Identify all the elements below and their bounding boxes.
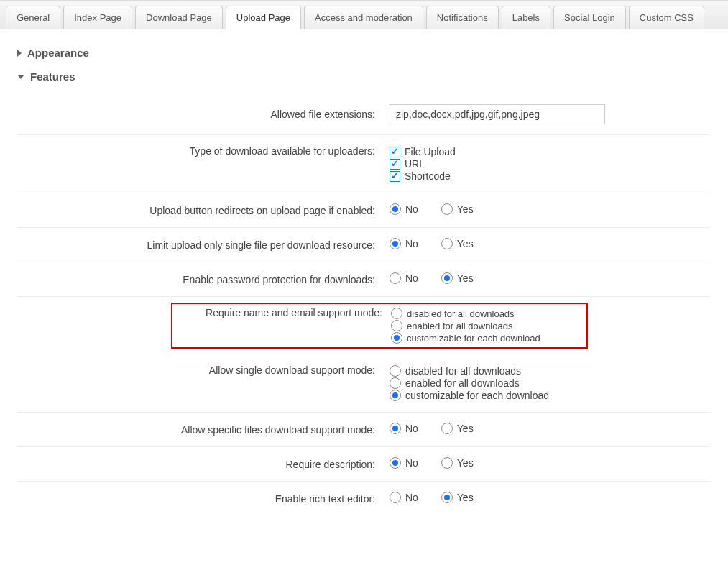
- upload-redirect-no[interactable]: [390, 203, 401, 215]
- chk-url[interactable]: [390, 159, 400, 170]
- chk-shortcode-label: Shortcode: [405, 170, 451, 182]
- tab-content: Appearance Features Allowed file extensi…: [0, 29, 728, 530]
- specific-files-no[interactable]: [390, 423, 401, 434]
- password-protect-label: Enable password protection for downloads…: [17, 262, 385, 297]
- chk-file-upload-label: File Upload: [405, 146, 456, 157]
- download-types-label: Type of download available for uploaders…: [17, 135, 385, 193]
- require-description-yes[interactable]: [441, 457, 453, 469]
- single-download-label: Allow single download support mode:: [17, 354, 385, 413]
- tab-index-page[interactable]: Index Page: [63, 6, 132, 29]
- rne-disabled[interactable]: [391, 308, 402, 319]
- section-features-title: Features: [30, 70, 75, 83]
- upload-redirect-label: Upload button redirects on upload page i…: [17, 193, 385, 228]
- tab-upload-page[interactable]: Upload Page: [226, 6, 301, 29]
- sd-custom[interactable]: [390, 390, 401, 401]
- password-protect-yes[interactable]: [441, 272, 453, 284]
- single-file-label: Limit upload only single file per downlo…: [17, 228, 385, 262]
- tab-general[interactable]: General: [6, 6, 60, 29]
- tab-access-moderation[interactable]: Access and moderation: [304, 6, 423, 29]
- sd-disabled[interactable]: [390, 365, 401, 377]
- chk-url-label: URL: [405, 158, 425, 170]
- sd-enabled[interactable]: [390, 377, 401, 389]
- rne-custom[interactable]: [391, 332, 402, 344]
- upload-redirect-yes[interactable]: [441, 203, 453, 215]
- tabs-bar: General Index Page Download Page Upload …: [0, 0, 728, 29]
- single-file-yes[interactable]: [441, 238, 453, 249]
- single-file-no[interactable]: [390, 238, 401, 249]
- tab-custom-css[interactable]: Custom CSS: [629, 6, 704, 29]
- features-form: Allowed file extensions: Type of downloa…: [17, 94, 711, 515]
- section-appearance-title: Appearance: [27, 47, 89, 59]
- tab-notifications[interactable]: Notifications: [426, 6, 499, 29]
- password-protect-no[interactable]: [390, 272, 401, 284]
- tab-social-login[interactable]: Social Login: [553, 6, 626, 29]
- rne-enabled[interactable]: [391, 320, 402, 331]
- rich-editor-label: Enable rich text editor:: [17, 482, 385, 516]
- specific-files-label: Allow specific files download support mo…: [17, 413, 385, 447]
- specific-files-yes[interactable]: [441, 423, 453, 434]
- rich-editor-yes[interactable]: [441, 492, 453, 503]
- require-description-label: Require description:: [17, 447, 385, 482]
- chk-shortcode[interactable]: [390, 171, 400, 182]
- rich-editor-no[interactable]: [390, 492, 401, 503]
- tab-labels[interactable]: Labels: [502, 6, 550, 29]
- require-name-email-highlight: Require name and email support mode: dis…: [171, 303, 588, 349]
- chk-file-upload[interactable]: [390, 147, 400, 157]
- chevron-down-icon: [17, 75, 24, 79]
- tab-download-page[interactable]: Download Page: [135, 6, 223, 29]
- allowed-ext-input[interactable]: [390, 104, 605, 124]
- chevron-right-icon: [17, 50, 22, 57]
- require-description-no[interactable]: [390, 457, 401, 469]
- require-name-email-label: Require name and email support mode:: [175, 307, 391, 344]
- allowed-ext-label: Allowed file extensions:: [17, 94, 385, 135]
- section-features-toggle[interactable]: Features: [17, 70, 711, 83]
- section-appearance-toggle[interactable]: Appearance: [17, 47, 711, 59]
